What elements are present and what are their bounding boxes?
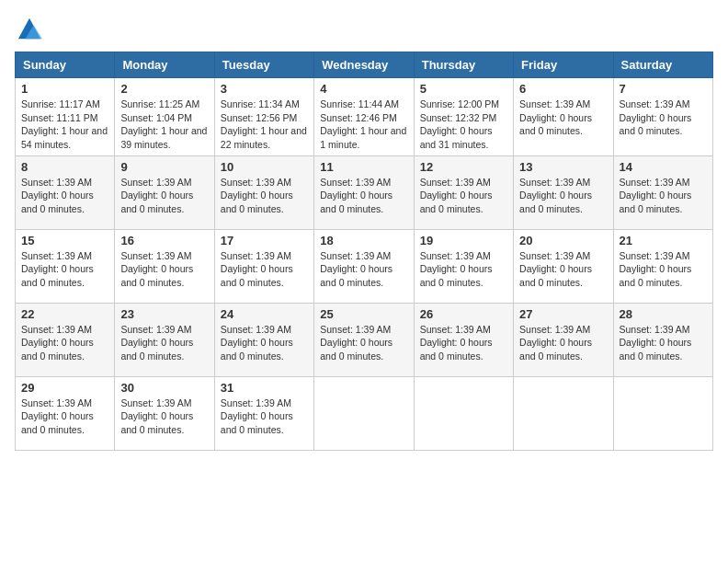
day-info: Sunset: 1:39 AMDaylight: 0 hoursand 0 mi… bbox=[21, 176, 108, 216]
header-monday: Monday bbox=[115, 52, 214, 78]
calendar-cell: 20Sunset: 1:39 AMDaylight: 0 hoursand 0 … bbox=[514, 229, 613, 303]
day-info: Sunset: 1:39 AMDaylight: 0 hoursand 0 mi… bbox=[221, 249, 308, 290]
calendar-cell: 2Sunrise: 11:25 AMSunset: 1:04 PMDayligh… bbox=[115, 78, 214, 156]
header-thursday: Thursday bbox=[414, 52, 513, 78]
calendar-cell: 24Sunset: 1:39 AMDaylight: 0 hoursand 0 … bbox=[214, 303, 313, 376]
day-number: 5 bbox=[420, 82, 507, 96]
day-info: Sunset: 1:39 AMDaylight: 0 hoursand 0 mi… bbox=[519, 176, 607, 216]
day-number: 23 bbox=[120, 307, 208, 321]
day-info: Sunset: 1:39 AMDaylight: 0 hoursand 0 mi… bbox=[221, 323, 308, 363]
calendar-cell: 30Sunset: 1:39 AMDaylight: 0 hoursand 0 … bbox=[115, 376, 214, 450]
day-info: Sunset: 1:39 AMDaylight: 0 hoursand 0 mi… bbox=[420, 323, 507, 363]
calendar-cell: 26Sunset: 1:39 AMDaylight: 0 hoursand 0 … bbox=[414, 303, 513, 376]
week-row-3: 15Sunset: 1:39 AMDaylight: 0 hoursand 0 … bbox=[16, 229, 713, 303]
logo-icon bbox=[17, 15, 42, 40]
calendar-cell: 14Sunset: 1:39 AMDaylight: 0 hoursand 0 … bbox=[613, 155, 712, 229]
calendar-cell: 12Sunset: 1:39 AMDaylight: 0 hoursand 0 … bbox=[414, 155, 513, 229]
day-number: 7 bbox=[620, 82, 707, 96]
day-info: Sunset: 1:39 AMDaylight: 0 hoursand 0 mi… bbox=[320, 176, 407, 216]
calendar-cell: 13Sunset: 1:39 AMDaylight: 0 hoursand 0 … bbox=[514, 155, 613, 229]
calendar-cell: 25Sunset: 1:39 AMDaylight: 0 hoursand 0 … bbox=[314, 303, 414, 376]
day-number: 1 bbox=[21, 82, 108, 96]
calendar-cell: 9Sunset: 1:39 AMDaylight: 0 hoursand 0 m… bbox=[115, 155, 214, 229]
calendar-cell: 18Sunset: 1:39 AMDaylight: 0 hoursand 0 … bbox=[314, 229, 414, 303]
day-number: 12 bbox=[420, 160, 507, 174]
calendar-cell bbox=[314, 376, 414, 450]
day-info: Sunset: 1:39 AMDaylight: 0 hoursand 0 mi… bbox=[120, 396, 208, 437]
day-number: 26 bbox=[420, 307, 507, 321]
day-info: Sunrise: 11:17 AMSunset: 11:11 PMDayligh… bbox=[21, 98, 108, 152]
day-info: Sunset: 1:39 AMDaylight: 0 hoursand 0 mi… bbox=[120, 323, 208, 363]
day-number: 30 bbox=[120, 381, 208, 395]
logo bbox=[15, 15, 42, 40]
day-number: 15 bbox=[21, 234, 108, 247]
day-number: 13 bbox=[519, 160, 607, 174]
day-number: 9 bbox=[120, 160, 208, 174]
day-info: Sunset: 1:39 AMDaylight: 0 hoursand 0 mi… bbox=[519, 249, 607, 290]
day-info: Sunset: 1:39 AMDaylight: 0 hoursand 0 mi… bbox=[620, 98, 707, 138]
day-info: Sunset: 1:39 AMDaylight: 0 hoursand 0 mi… bbox=[21, 323, 108, 363]
week-row-5: 29Sunset: 1:39 AMDaylight: 0 hoursand 0 … bbox=[16, 376, 713, 450]
day-number: 27 bbox=[519, 307, 607, 321]
calendar-cell: 11Sunset: 1:39 AMDaylight: 0 hoursand 0 … bbox=[314, 155, 414, 229]
day-info: Sunset: 1:39 AMDaylight: 0 hoursand 0 mi… bbox=[120, 249, 208, 290]
day-number: 28 bbox=[620, 307, 707, 321]
calendar-cell: 3Sunrise: 11:34 AMSunset: 12:56 PMDaylig… bbox=[214, 78, 313, 156]
page-header bbox=[15, 15, 713, 40]
day-info: Sunset: 1:39 AMDaylight: 0 hoursand 0 mi… bbox=[420, 249, 507, 290]
calendar-cell: 16Sunset: 1:39 AMDaylight: 0 hoursand 0 … bbox=[115, 229, 214, 303]
week-row-4: 22Sunset: 1:39 AMDaylight: 0 hoursand 0 … bbox=[16, 303, 713, 376]
header-wednesday: Wednesday bbox=[314, 52, 414, 78]
calendar-cell bbox=[613, 376, 712, 450]
day-number: 19 bbox=[420, 234, 507, 247]
day-info: Sunset: 1:39 AMDaylight: 0 hoursand 0 mi… bbox=[620, 323, 707, 363]
week-row-2: 8Sunset: 1:39 AMDaylight: 0 hoursand 0 m… bbox=[16, 155, 713, 229]
day-number: 21 bbox=[620, 234, 707, 247]
calendar-cell: 6Sunset: 1:39 AMDaylight: 0 hoursand 0 m… bbox=[514, 78, 613, 156]
calendar-cell: 8Sunset: 1:39 AMDaylight: 0 hoursand 0 m… bbox=[16, 155, 115, 229]
calendar-cell: 15Sunset: 1:39 AMDaylight: 0 hoursand 0 … bbox=[16, 229, 115, 303]
header-tuesday: Tuesday bbox=[214, 52, 313, 78]
day-info: Sunset: 1:39 AMDaylight: 0 hoursand 0 mi… bbox=[519, 98, 607, 138]
calendar-cell: 31Sunset: 1:39 AMDaylight: 0 hoursand 0 … bbox=[214, 376, 313, 450]
day-number: 24 bbox=[221, 307, 308, 321]
day-info: Sunset: 1:39 AMDaylight: 0 hoursand 0 mi… bbox=[120, 176, 208, 216]
calendar-cell bbox=[414, 376, 513, 450]
day-info: Sunrise: 11:34 AMSunset: 12:56 PMDayligh… bbox=[221, 98, 308, 152]
day-info: Sunset: 1:39 AMDaylight: 0 hoursand 0 mi… bbox=[519, 323, 607, 363]
calendar-cell: 5Sunrise: 12:00 PMSunset: 12:32 PMDaylig… bbox=[414, 78, 513, 156]
day-info: Sunset: 1:39 AMDaylight: 0 hoursand 0 mi… bbox=[221, 176, 308, 216]
calendar-cell bbox=[514, 376, 613, 450]
calendar-cell: 4Sunrise: 11:44 AMSunset: 12:46 PMDaylig… bbox=[314, 78, 414, 156]
day-number: 4 bbox=[320, 82, 407, 96]
day-info: Sunrise: 12:00 PMSunset: 12:32 PMDayligh… bbox=[420, 98, 507, 152]
day-info: Sunset: 1:39 AMDaylight: 0 hoursand 0 mi… bbox=[620, 249, 707, 290]
day-number: 11 bbox=[320, 160, 407, 174]
day-number: 16 bbox=[120, 234, 208, 247]
calendar-cell: 28Sunset: 1:39 AMDaylight: 0 hoursand 0 … bbox=[613, 303, 712, 376]
day-info: Sunset: 1:39 AMDaylight: 0 hoursand 0 mi… bbox=[320, 323, 407, 363]
calendar-cell: 19Sunset: 1:39 AMDaylight: 0 hoursand 0 … bbox=[414, 229, 513, 303]
day-number: 2 bbox=[120, 82, 208, 96]
header-friday: Friday bbox=[514, 52, 613, 78]
day-info: Sunset: 1:39 AMDaylight: 0 hoursand 0 mi… bbox=[420, 176, 507, 216]
day-number: 25 bbox=[320, 307, 407, 321]
day-info: Sunset: 1:39 AMDaylight: 0 hoursand 0 mi… bbox=[21, 249, 108, 290]
calendar-cell: 10Sunset: 1:39 AMDaylight: 0 hoursand 0 … bbox=[214, 155, 313, 229]
header-sunday: Sunday bbox=[16, 52, 115, 78]
day-info: Sunset: 1:39 AMDaylight: 0 hoursand 0 mi… bbox=[21, 396, 108, 437]
day-number: 18 bbox=[320, 234, 407, 247]
header-saturday: Saturday bbox=[613, 52, 712, 78]
header-row: SundayMondayTuesdayWednesdayThursdayFrid… bbox=[16, 52, 713, 78]
day-info: Sunset: 1:39 AMDaylight: 0 hoursand 0 mi… bbox=[620, 176, 707, 216]
day-number: 14 bbox=[620, 160, 707, 174]
calendar-cell: 29Sunset: 1:39 AMDaylight: 0 hoursand 0 … bbox=[16, 376, 115, 450]
calendar-cell: 27Sunset: 1:39 AMDaylight: 0 hoursand 0 … bbox=[514, 303, 613, 376]
day-number: 17 bbox=[221, 234, 308, 247]
calendar-cell: 22Sunset: 1:39 AMDaylight: 0 hoursand 0 … bbox=[16, 303, 115, 376]
day-number: 22 bbox=[21, 307, 108, 321]
calendar-cell: 21Sunset: 1:39 AMDaylight: 0 hoursand 0 … bbox=[613, 229, 712, 303]
calendar-cell: 7Sunset: 1:39 AMDaylight: 0 hoursand 0 m… bbox=[613, 78, 712, 156]
week-row-1: 1Sunrise: 11:17 AMSunset: 11:11 PMDaylig… bbox=[16, 78, 713, 156]
day-number: 8 bbox=[21, 160, 108, 174]
